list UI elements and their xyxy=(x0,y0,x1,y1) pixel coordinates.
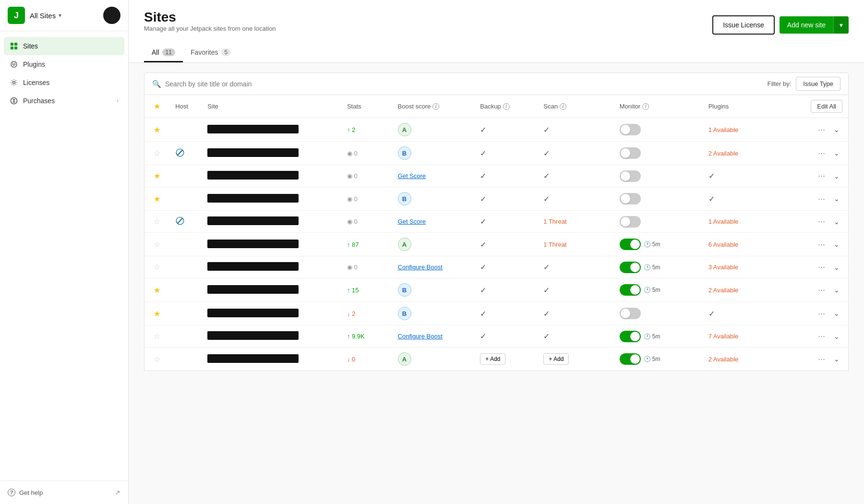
plugins-available[interactable]: 2 Available xyxy=(708,150,739,157)
avatar[interactable] xyxy=(103,7,120,24)
star-cell[interactable]: ☆ xyxy=(144,256,170,278)
sidebar-item-licenses[interactable]: Licenses xyxy=(4,73,124,92)
monitor-toggle[interactable] xyxy=(620,331,641,342)
star-cell[interactable]: ★ xyxy=(144,278,170,302)
more-options-button[interactable]: ··· xyxy=(815,147,828,159)
more-options-button[interactable]: ··· xyxy=(815,216,828,228)
add-new-site-button[interactable]: Add new site ▾ xyxy=(780,16,849,34)
star-cell[interactable]: ★ xyxy=(144,187,170,211)
sidebar-item-purchases[interactable]: Purchases › xyxy=(4,92,124,110)
expand-row-button[interactable]: ⌄ xyxy=(831,171,842,181)
expand-row-button[interactable]: ⌄ xyxy=(831,240,842,249)
scan-threat-link[interactable]: 1 Threat xyxy=(543,241,566,248)
star-icon[interactable]: ★ xyxy=(154,126,160,134)
star-icon[interactable]: ★ xyxy=(154,286,160,294)
tab-all[interactable]: All 11 xyxy=(144,44,183,62)
more-options-button[interactable]: ··· xyxy=(815,308,828,320)
monitor-toggle[interactable] xyxy=(620,170,641,182)
monitor-toggle[interactable] xyxy=(620,284,641,296)
boost-cell[interactable]: B xyxy=(392,187,475,211)
expand-row-button[interactable]: ⌄ xyxy=(831,148,842,158)
search-input[interactable] xyxy=(165,80,763,88)
boost-cell[interactable]: B xyxy=(392,278,475,302)
backup-add-button[interactable]: + Add xyxy=(480,353,505,365)
star-cell[interactable]: ☆ xyxy=(144,348,170,371)
star-icon[interactable]: ☆ xyxy=(154,332,160,340)
star-icon[interactable]: ☆ xyxy=(154,217,160,226)
boost-cell[interactable]: Get Score xyxy=(392,165,475,187)
more-options-button[interactable]: ··· xyxy=(815,353,828,365)
more-options-button[interactable]: ··· xyxy=(815,124,828,136)
star-cell[interactable]: ☆ xyxy=(144,233,170,256)
sidebar-item-sites[interactable]: Sites xyxy=(4,37,124,55)
monitor-toggle[interactable] xyxy=(620,147,641,159)
boost-link[interactable]: Get Score xyxy=(398,172,426,180)
monitor-info-icon[interactable]: i xyxy=(642,103,649,110)
backup-info-icon[interactable]: i xyxy=(503,103,510,110)
boost-cell[interactable]: Configure Boost xyxy=(392,325,475,348)
plugins-available[interactable]: 1 Available xyxy=(708,126,739,133)
star-icon[interactable]: ★ xyxy=(154,310,160,318)
star-icon[interactable]: ★ xyxy=(154,195,160,203)
star-cell[interactable]: ☆ xyxy=(144,325,170,348)
plugins-available[interactable]: 7 Available xyxy=(708,333,739,340)
more-options-button[interactable]: ··· xyxy=(815,239,828,251)
more-options-button[interactable]: ··· xyxy=(815,330,828,342)
issue-license-button[interactable]: Issue License xyxy=(712,15,775,35)
star-icon[interactable]: ☆ xyxy=(154,263,160,271)
monitor-toggle[interactable] xyxy=(620,193,641,204)
more-options-button[interactable]: ··· xyxy=(815,170,828,182)
plugins-available[interactable]: 1 Available xyxy=(708,218,739,225)
expand-row-button[interactable]: ⌄ xyxy=(831,263,842,272)
more-options-button[interactable]: ··· xyxy=(815,261,828,273)
expand-row-button[interactable]: ⌄ xyxy=(831,194,842,204)
plugins-available[interactable]: 6 Available xyxy=(708,241,739,248)
site-selector[interactable]: All Sites ▾ xyxy=(30,12,61,20)
scan-threat-link[interactable]: 1 Threat xyxy=(543,218,566,225)
star-icon[interactable]: ☆ xyxy=(154,240,160,249)
star-cell[interactable]: ☆ xyxy=(144,211,170,233)
external-link-icon[interactable]: ↗ xyxy=(115,489,120,496)
plugins-available[interactable]: 2 Available xyxy=(708,287,739,294)
plugins-available[interactable]: 3 Available xyxy=(708,264,739,271)
filter-issue-type-button[interactable]: Issue Type xyxy=(796,77,840,91)
help-link[interactable]: ? Get help xyxy=(8,489,43,496)
boost-link[interactable]: Configure Boost xyxy=(398,333,443,340)
monitor-toggle[interactable] xyxy=(620,239,641,250)
expand-row-button[interactable]: ⌄ xyxy=(831,354,842,364)
boost-cell[interactable]: B xyxy=(392,302,475,325)
boost-cell[interactable]: Get Score xyxy=(392,211,475,233)
expand-row-button[interactable]: ⌄ xyxy=(831,217,842,227)
boost-cell[interactable]: A xyxy=(392,348,475,371)
expand-row-button[interactable]: ⌄ xyxy=(831,332,842,341)
boost-link[interactable]: Configure Boost xyxy=(398,264,443,271)
boost-info-icon[interactable]: i xyxy=(432,103,439,110)
plugins-available[interactable]: 2 Available xyxy=(708,356,739,363)
sidebar-item-plugins[interactable]: Plugins xyxy=(4,55,124,73)
boost-cell[interactable]: B xyxy=(392,142,475,165)
boost-link[interactable]: Get Score xyxy=(398,218,426,225)
more-options-button[interactable]: ··· xyxy=(815,284,828,296)
scan-add-button[interactable]: + Add xyxy=(543,353,569,365)
scan-info-icon[interactable]: i xyxy=(560,103,566,110)
star-cell[interactable]: ☆ xyxy=(144,142,170,165)
star-cell[interactable]: ★ xyxy=(144,165,170,187)
star-cell[interactable]: ★ xyxy=(144,302,170,325)
star-icon[interactable]: ☆ xyxy=(154,149,160,157)
star-cell[interactable]: ★ xyxy=(144,118,170,142)
monitor-toggle[interactable] xyxy=(620,262,641,273)
more-options-button[interactable]: ··· xyxy=(815,193,828,205)
expand-row-button[interactable]: ⌄ xyxy=(831,285,842,295)
monitor-toggle[interactable] xyxy=(620,353,641,365)
boost-cell[interactable]: A xyxy=(392,233,475,256)
monitor-toggle[interactable] xyxy=(620,308,641,319)
boost-cell[interactable]: A xyxy=(392,118,475,142)
star-icon[interactable]: ☆ xyxy=(154,355,160,363)
boost-cell[interactable]: Configure Boost xyxy=(392,256,475,278)
edit-all-button[interactable]: Edit All xyxy=(811,100,842,113)
monitor-toggle[interactable] xyxy=(620,216,641,228)
monitor-toggle[interactable] xyxy=(620,124,641,135)
expand-row-button[interactable]: ⌄ xyxy=(831,309,842,318)
chevron-down-icon[interactable]: ▾ xyxy=(833,16,849,34)
tab-favorites[interactable]: Favorites 5 xyxy=(183,44,239,62)
